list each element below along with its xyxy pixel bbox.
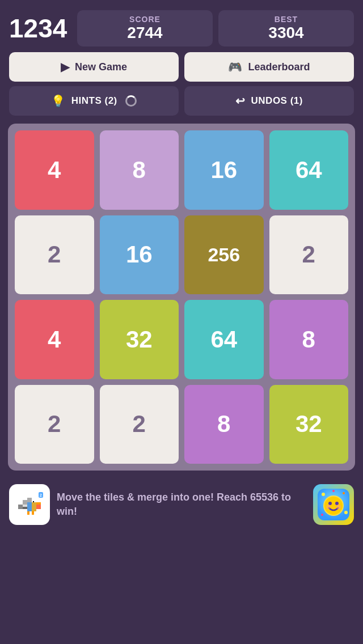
undos-button[interactable]: ↩ UNDOS (1) <box>184 86 354 116</box>
hints-label: HINTS (2) <box>71 95 117 107</box>
svg-point-27 <box>335 502 339 505</box>
board-tile[interactable]: 32 <box>100 300 179 379</box>
current-tile-number: 1234 <box>9 13 71 44</box>
new-game-button[interactable]: ▶ New Game <box>9 52 179 82</box>
action-row: 💡 HINTS (2) ↩ UNDOS (1) <box>0 86 363 116</box>
button-row: ▶ New Game 🎮 Leaderboard <box>0 52 363 82</box>
banner-right-icon <box>313 484 354 525</box>
leaderboard-label: Leaderboard <box>248 61 310 73</box>
game-board[interactable]: 481664216256243264822832 <box>8 124 355 471</box>
svg-point-29 <box>336 505 341 509</box>
board-tile[interactable]: 8 <box>269 300 349 379</box>
header: 1234 SCORE 2744 BEST 3304 <box>0 0 363 52</box>
board-tile[interactable]: 32 <box>269 385 349 464</box>
svg-point-21 <box>344 511 348 514</box>
board-tile[interactable]: 4 <box>15 130 94 210</box>
leaderboard-icon: 🎮 <box>228 60 242 74</box>
board-tile[interactable]: 16 <box>100 215 179 295</box>
svg-rect-5 <box>27 502 32 507</box>
svg-rect-2 <box>23 500 27 505</box>
score-boxes: SCORE 2744 BEST 3304 <box>77 10 354 46</box>
svg-rect-8 <box>32 507 36 511</box>
svg-rect-14 <box>27 511 29 515</box>
board-tile[interactable]: 4 <box>15 300 94 379</box>
svg-rect-13 <box>36 502 41 505</box>
score-box: SCORE 2744 <box>77 10 213 46</box>
svg-rect-11 <box>33 501 34 502</box>
undos-label: UNDOS (1) <box>251 95 303 107</box>
svg-point-23 <box>332 490 335 492</box>
svg-point-22 <box>321 514 323 516</box>
banner-left-icon: 2 <box>9 484 50 525</box>
leaderboard-button[interactable]: 🎮 Leaderboard <box>184 52 354 82</box>
svg-point-19 <box>322 493 325 496</box>
hints-spinner <box>125 95 137 107</box>
banner-message: Move the tiles & merge into one! Reach 6… <box>57 490 306 519</box>
hints-icon: 💡 <box>51 94 66 108</box>
bottom-banner: 2 Move the tiles & merge into one! Reach… <box>0 476 363 533</box>
svg-rect-6 <box>27 507 32 511</box>
best-box: BEST 3304 <box>218 10 354 46</box>
board-tile[interactable]: 64 <box>269 130 349 210</box>
svg-point-20 <box>343 492 345 494</box>
board-tile[interactable]: 8 <box>184 385 264 464</box>
best-value: 3304 <box>268 24 303 42</box>
svg-rect-1 <box>18 505 23 509</box>
board-tile[interactable]: 16 <box>184 130 264 210</box>
board-tile[interactable]: 256 <box>184 215 264 295</box>
svg-text:2: 2 <box>40 493 42 497</box>
svg-point-28 <box>326 505 331 509</box>
svg-rect-4 <box>27 498 32 502</box>
svg-rect-12 <box>23 507 27 509</box>
board-tile[interactable]: 2 <box>100 385 179 464</box>
undos-icon: ↩ <box>235 94 246 108</box>
new-game-label: New Game <box>75 61 127 73</box>
hints-button[interactable]: 💡 HINTS (2) <box>9 86 179 116</box>
board-grid: 481664216256243264822832 <box>15 130 348 464</box>
svg-rect-7 <box>32 502 36 507</box>
score-label: SCORE <box>129 15 161 24</box>
board-tile[interactable]: 64 <box>184 300 264 379</box>
board-tile[interactable]: 2 <box>15 385 94 464</box>
board-tile[interactable]: 2 <box>269 215 349 295</box>
score-value: 2744 <box>127 24 162 42</box>
board-tile[interactable]: 8 <box>100 130 179 210</box>
svg-rect-9 <box>36 505 41 509</box>
board-tile[interactable]: 2 <box>15 215 94 295</box>
best-label: BEST <box>275 15 298 24</box>
svg-rect-15 <box>32 511 34 515</box>
svg-point-26 <box>328 502 332 505</box>
new-game-icon: ▶ <box>61 60 69 74</box>
